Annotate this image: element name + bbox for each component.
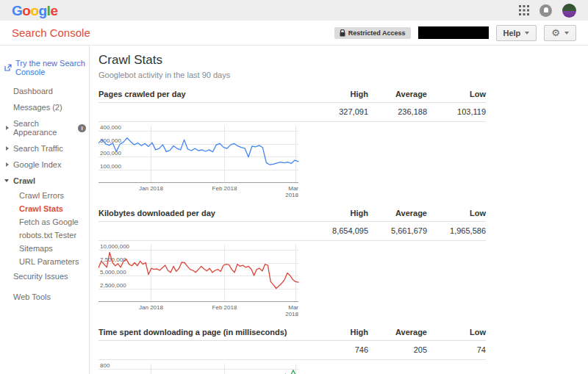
sidebar-item-try-new-search-console[interactable]: Try the new Search Console: [0, 55, 89, 80]
gear-icon: ⚙: [551, 28, 560, 37]
y-tick-label: 800: [100, 364, 110, 369]
sidebar-item-label: robots.txt Tester: [19, 231, 76, 240]
section-kilobytes-downloaded: Kilobytes downloaded per day High Averag…: [98, 209, 486, 320]
google-logo-letter: o: [30, 3, 38, 18]
pages-crawled-chart: 100,000200,000300,000400,000Jan 2018Feb …: [98, 126, 300, 201]
y-tick-label: 2,500,000: [100, 282, 126, 289]
kilobytes-downloaded-svg: 2,500,0005,000,0007,500,00010,000,000Jan…: [98, 245, 300, 317]
sidebar-item-crawl[interactable]: Crawl: [0, 173, 89, 189]
notifications-icon[interactable]: [539, 4, 552, 17]
x-tick-label: Feb 2018: [212, 185, 237, 192]
sidebar-item-messages[interactable]: Messages (2): [0, 99, 89, 115]
info-icon[interactable]: i: [78, 124, 86, 132]
chevron-down-icon: [564, 32, 569, 35]
x-tick-label: Jan 2018: [139, 185, 163, 192]
external-link-icon: [4, 64, 12, 71]
google-logo[interactable]: Google: [12, 4, 57, 18]
column-header-low: Low: [427, 209, 486, 217]
sidebar: Try the new Search Console Dashboard Mes…: [0, 46, 90, 374]
sidebar-item-label: Try the new Search Console: [15, 59, 86, 76]
sidebar-item-dashboard[interactable]: Dashboard: [0, 83, 89, 99]
sidebar-item-label: Crawl: [13, 176, 35, 185]
time-downloading-chart: 200400600800Jan 2018Feb 2018Mar2018: [98, 364, 300, 374]
section-title: Kilobytes downloaded per day: [98, 209, 309, 217]
sidebar-item-security-issues[interactable]: Security Issues: [0, 268, 89, 284]
sidebar-item-search-appearance[interactable]: Search Appearance i: [0, 115, 89, 140]
sidebar-item-web-tools[interactable]: Web Tools: [0, 289, 89, 305]
pages-crawled-line: [98, 138, 298, 165]
sidebar-item-sitemaps[interactable]: Sitemaps: [0, 242, 89, 255]
google-logo-letter: o: [22, 3, 30, 18]
apps-grid-icon[interactable]: [519, 5, 529, 15]
stat-low: 74: [427, 345, 486, 354]
stat-low: 1,965,586: [427, 226, 486, 235]
main-content: Crawl Stats Googlebot activity in the la…: [90, 46, 588, 374]
section-time-downloading: Time spent downloading a page (in millis…: [98, 328, 486, 374]
sidebar-item-crawl-stats[interactable]: Crawl Stats: [0, 202, 89, 215]
y-tick-label: 100,000: [100, 163, 121, 170]
column-header-average: Average: [368, 209, 427, 217]
pages-crawled-svg: 100,000200,000300,000400,000Jan 2018Feb …: [98, 126, 300, 198]
y-tick-label: 7,500,000: [100, 256, 126, 263]
kilobytes-downloaded-line: [98, 253, 298, 289]
chevron-down-icon: [525, 32, 529, 35]
avatar[interactable]: [562, 4, 576, 18]
sidebar-item-fetch-as-google[interactable]: Fetch as Google: [0, 215, 89, 229]
column-header-high: High: [309, 328, 368, 337]
sidebar-item-label: Messages (2): [13, 103, 62, 112]
google-logo-letter: g: [39, 3, 47, 18]
column-header-low: Low: [427, 328, 486, 337]
kilobytes-downloaded-chart: 2,500,0005,000,0007,500,00010,000,000Jan…: [98, 245, 300, 320]
restricted-access-badge: Restricted Access: [334, 27, 411, 39]
time-downloading-line: [98, 370, 298, 374]
google-logo-letter: G: [12, 3, 22, 18]
y-tick-label: 10,000,000: [100, 245, 130, 250]
page-title: Crawl Stats: [98, 53, 588, 68]
column-header-average: Average: [368, 90, 427, 98]
sidebar-item-label: Google Index: [13, 160, 61, 169]
stat-high: 8,654,095: [309, 226, 368, 235]
section-pages-crawled: Pages crawled per day High Average Low 3…: [98, 90, 486, 201]
x-tick-label: Jan 2018: [139, 304, 163, 311]
help-button[interactable]: Help: [496, 25, 537, 41]
column-header-low: Low: [427, 90, 486, 98]
sidebar-item-label: Crawl Stats: [19, 204, 63, 213]
lock-icon: [340, 29, 345, 37]
sidebar-item-label: URL Parameters: [19, 257, 79, 266]
x-tick-label: 2018: [285, 311, 298, 317]
sidebar-item-robots-txt-tester[interactable]: robots.txt Tester: [0, 229, 89, 242]
sidebar-item-url-parameters[interactable]: URL Parameters: [0, 255, 89, 268]
sidebar-item-label: Crawl Errors: [19, 191, 64, 200]
stat-average: 236,188: [368, 107, 427, 116]
redacted-property-name: [418, 26, 489, 39]
sidebar-item-label: Sitemaps: [19, 244, 53, 253]
x-tick-label: Feb 2018: [212, 304, 237, 311]
section-title: Pages crawled per day: [98, 90, 309, 98]
sidebar-item-google-index[interactable]: Google Index: [0, 157, 89, 173]
time-downloading-svg: 200400600800Jan 2018Feb 2018Mar2018: [98, 364, 300, 374]
section-title: Time spent downloading a page (in millis…: [98, 328, 309, 337]
y-tick-label: 400,000: [100, 126, 121, 131]
sidebar-item-label: Dashboard: [13, 87, 53, 96]
sidebar-item-label: Security Issues: [13, 272, 68, 281]
stat-high: 327,091: [309, 107, 368, 116]
page-subtitle: Googlebot activity in the last 90 days: [98, 71, 588, 79]
x-tick-label: 2018: [285, 192, 298, 198]
y-tick-label: 5,000,000: [100, 269, 126, 276]
column-header-average: Average: [368, 328, 427, 337]
app-bar: Search Console Restricted Access Help ⚙: [0, 21, 588, 46]
google-logo-letter: e: [50, 3, 57, 18]
sidebar-item-label: Web Tools: [13, 292, 51, 301]
stat-average: 5,661,679: [368, 226, 427, 235]
sidebar-item-label: Search Traffic: [13, 144, 63, 153]
product-title: Search Console: [12, 26, 90, 39]
settings-button[interactable]: ⚙: [544, 25, 576, 41]
help-label: Help: [503, 29, 521, 37]
sidebar-item-search-traffic[interactable]: Search Traffic: [0, 140, 89, 157]
sidebar-item-crawl-errors[interactable]: Crawl Errors: [0, 189, 89, 202]
sidebar-item-label: Fetch as Google: [19, 217, 79, 226]
top-bar: Google: [0, 0, 588, 21]
y-tick-label: 200,000: [100, 150, 121, 157]
stat-high: 746: [309, 345, 368, 354]
restricted-access-label: Restricted Access: [348, 29, 406, 37]
